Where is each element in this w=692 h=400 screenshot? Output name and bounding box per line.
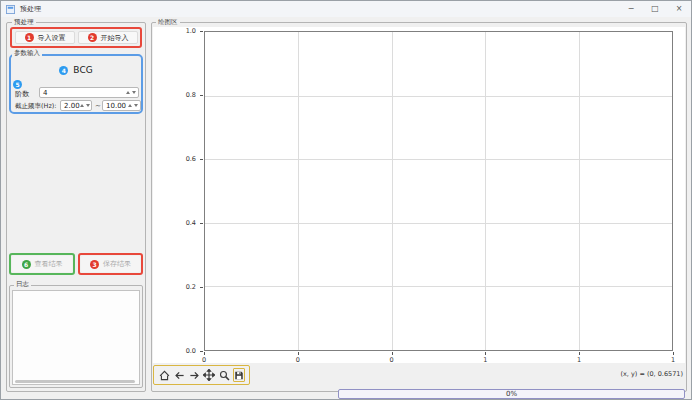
coords-readout: (x, y) = (0, 0.6571) (563, 370, 683, 378)
log-textarea[interactable] (12, 290, 140, 385)
progress-label: 0% (506, 390, 517, 398)
gridline (205, 96, 672, 97)
gridline (298, 32, 299, 350)
signal-type-label: BCG (73, 65, 92, 75)
view-result-highlight: 6 查看结果 (9, 253, 75, 275)
badge-5: 5 (13, 80, 22, 89)
start-import-label: 开始导入 (101, 33, 129, 43)
zoom-icon[interactable] (218, 368, 230, 382)
x-tick-label: 1 (577, 356, 581, 364)
view-result-button[interactable]: 6 查看结果 (12, 256, 72, 272)
cutoff-separator: ~ (95, 102, 101, 110)
plot-toolbar (153, 365, 250, 385)
preprocess-group-label: 预处理 (12, 19, 36, 26)
cutoff-label: 截止频率(Hz): (15, 102, 57, 111)
gridline (205, 223, 672, 224)
import-settings-label: 导入设置 (38, 33, 66, 43)
x-tick-label: 0 (296, 356, 300, 364)
cutoff-low-value: 2.00 (64, 102, 80, 110)
close-button[interactable]: × (667, 1, 691, 17)
gridline (392, 32, 393, 350)
gridline (205, 159, 672, 160)
y-axis-labels: 1.0 0.8 0.6 0.4 0.2 0.0 (166, 31, 200, 351)
y-tick-label: 0.6 (186, 155, 196, 163)
pan-icon[interactable] (203, 368, 215, 382)
maximize-button[interactable]: □ (643, 1, 667, 17)
save-result-highlight: 3 保存结果 (78, 253, 143, 275)
spinner-up-down-icon[interactable] (126, 91, 136, 94)
x-tick-label: 1 (483, 356, 487, 364)
back-icon[interactable] (173, 368, 185, 382)
gridline (579, 32, 580, 350)
log-horizontal-scrollbar[interactable] (15, 380, 135, 383)
import-buttons-highlight: 1 导入设置 2 开始导入 (10, 27, 142, 48)
y-tick-label: 0.2 (186, 283, 196, 291)
save-result-button[interactable]: 3 保存结果 (81, 256, 140, 272)
cutoff-high-spinbox[interactable]: 10.00 (102, 100, 141, 111)
plot-group-label: 绘图区 (156, 19, 180, 26)
order-label: 阶数 (15, 89, 29, 99)
cutoff-low-spinbox[interactable]: 2.00 (60, 100, 92, 111)
order-value: 4 (43, 89, 126, 97)
y-tick-label: 0.4 (186, 219, 196, 227)
badge-2: 2 (88, 33, 97, 42)
y-axis-ticks (200, 31, 203, 351)
gridline (205, 286, 672, 287)
x-tick-label: 1 (671, 356, 675, 364)
save-icon[interactable] (233, 368, 245, 382)
badge-1: 1 (25, 33, 34, 42)
y-tick-label: 1.0 (186, 27, 196, 35)
badge-3: 3 (90, 260, 99, 269)
params-group-label: 参数输入 (12, 50, 42, 57)
y-tick-label: 0.0 (186, 347, 196, 355)
x-tick-label: 0 (390, 356, 394, 364)
log-group-label: 日志 (14, 281, 31, 288)
progress-bar: 0% (338, 389, 685, 399)
start-import-button[interactable]: 2 开始导入 (78, 31, 138, 44)
gridline (485, 32, 486, 350)
params-highlight: 4 BCG 5 阶数 4 截止频率(Hz): 2.00 ~ 10.00 (9, 54, 143, 114)
x-axis-labels: 0 0 0 1 1 1 (204, 356, 673, 364)
cutoff-high-value: 10.00 (106, 102, 128, 110)
x-axis-ticks (204, 352, 673, 355)
home-icon[interactable] (158, 368, 170, 382)
badge-4: 4 (59, 66, 68, 75)
badge-6: 6 (22, 260, 31, 269)
app-icon (6, 5, 15, 14)
view-result-label: 查看结果 (35, 259, 63, 269)
spinner-up-down-icon[interactable] (128, 104, 138, 107)
y-tick-label: 0.8 (186, 91, 196, 99)
app-window: 预处理 − □ × 预处理 1 导入设置 2 开始导入 参数输入 4 BCG 5… (0, 0, 692, 400)
minimize-button[interactable]: − (619, 1, 643, 17)
order-spinbox[interactable]: 4 (39, 87, 139, 98)
window-title: 预处理 (20, 4, 41, 14)
forward-icon[interactable] (188, 368, 200, 382)
x-tick-label: 0 (202, 356, 206, 364)
plot-axes[interactable] (204, 31, 673, 351)
save-result-label: 保存结果 (103, 259, 131, 269)
spinner-up-down-icon[interactable] (80, 104, 90, 107)
import-settings-button[interactable]: 1 导入设置 (15, 31, 75, 44)
titlebar[interactable]: 预处理 − □ × (1, 1, 691, 17)
